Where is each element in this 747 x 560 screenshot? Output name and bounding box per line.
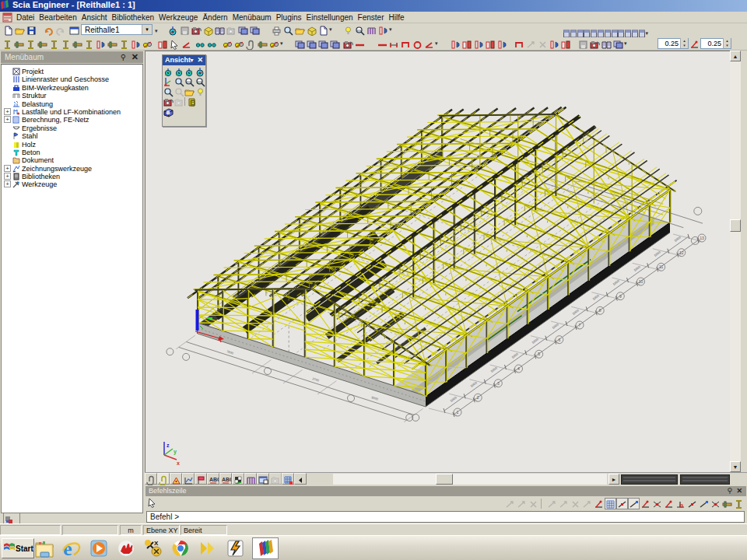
svg-text:10: 10 [639, 279, 644, 284]
svg-text:4: 4 [517, 366, 520, 371]
svg-text:7500: 7500 [226, 349, 235, 355]
svg-text:5: 5 [538, 352, 540, 356]
svg-text:8: 8 [599, 308, 601, 313]
svg-text:2700: 2700 [312, 376, 321, 383]
svg-text:y: y [174, 449, 177, 455]
svg-text:9: 9 [619, 294, 622, 299]
svg-text:ABC: ABC [222, 477, 231, 482]
svg-text:5000: 5000 [470, 380, 479, 388]
svg-text:B: B [191, 99, 195, 107]
svg-text:9000: 9000 [371, 395, 380, 401]
svg-text:ABC: ABC [209, 477, 219, 482]
svg-text:7: 7 [579, 323, 581, 327]
svg-text:z: z [167, 443, 170, 448]
svg-text:12: 12 [679, 250, 684, 255]
svg-text:13: 13 [700, 236, 704, 240]
svg-text:6: 6 [558, 338, 560, 342]
svg-text:x: x [177, 460, 180, 466]
svg-text:11: 11 [659, 264, 663, 269]
svg-text:3: 3 [497, 381, 500, 386]
svg-text:X: X [154, 540, 159, 547]
svg-text:1: 1 [457, 410, 459, 415]
svg-text:2: 2 [477, 395, 479, 400]
svg-text:5000: 5000 [592, 293, 601, 301]
